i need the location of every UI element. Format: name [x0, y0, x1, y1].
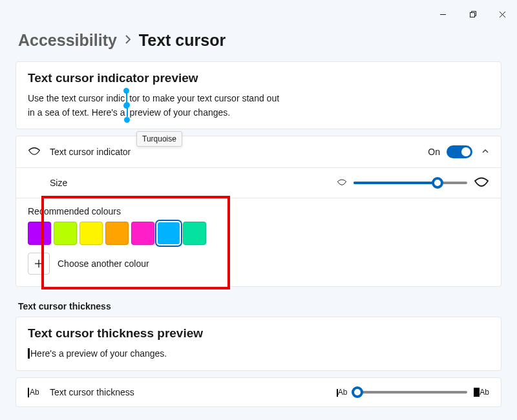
preview-line1a: Use the text cursor indic — [28, 93, 125, 103]
colour-swatch-yellow[interactable] — [79, 222, 103, 245]
size-label: Size — [50, 178, 67, 188]
add-colour-button[interactable] — [28, 253, 50, 275]
indicator-icon — [28, 147, 50, 157]
indicator-preview-card: Text cursor indicator preview Use the te… — [16, 61, 501, 129]
colour-swatch-orange[interactable] — [105, 222, 129, 245]
thickness-large-icon: Ab — [474, 388, 489, 397]
svg-rect-1 — [470, 12, 474, 17]
thickness-preview-title: Text cursor thickness preview — [28, 326, 489, 341]
thickness-preview-card: Text cursor thickness preview Here's a p… — [16, 317, 501, 371]
thickness-slider[interactable] — [353, 391, 467, 394]
restore-button[interactable] — [458, 5, 487, 23]
colour-tooltip: Turquoise — [136, 131, 182, 147]
close-button[interactable] — [487, 5, 517, 23]
chevron-up-icon[interactable] — [481, 147, 489, 157]
indicator-state: On — [428, 147, 440, 157]
thickness-row: Ab Text cursor thickness Ab Ab — [16, 378, 501, 406]
window-controls — [428, 5, 517, 23]
colour-swatch-lime[interactable] — [54, 222, 77, 245]
preview-line2a: in a sea of text. Here's a — [28, 107, 125, 118]
chevron-right-icon — [125, 34, 131, 47]
indicator-toggle[interactable] — [447, 145, 472, 158]
minimize-button[interactable] — [428, 5, 458, 23]
thickness-settings-card: Ab Text cursor thickness Ab Ab — [16, 377, 501, 407]
indicator-toggle-row[interactable]: Text cursor indicator On — [16, 136, 501, 167]
indicator-preview-title: Text cursor indicator preview — [28, 71, 489, 85]
choose-colour-label[interactable]: Choose another colour — [58, 258, 149, 269]
thickness-caret-icon — [28, 348, 30, 359]
recommended-colours-block: Recommended colours Choose another colou… — [16, 198, 501, 286]
colour-swatch-turquoise[interactable] — [157, 222, 180, 245]
thickness-preview-line: Here's a preview of your changes. — [30, 348, 167, 359]
thickness-section-heading: Text cursor thickness — [0, 293, 517, 317]
colour-swatch-aqua[interactable] — [183, 222, 206, 245]
thickness-preview-text: Here's a preview of your changes. — [28, 347, 489, 361]
cursor-indicator-icon — [125, 106, 130, 118]
breadcrumb-parent[interactable]: Accessibility — [18, 31, 117, 50]
size-slider[interactable] — [353, 182, 467, 184]
preview-line1b: tor to make your text cursor stand out — [129, 93, 279, 103]
colour-swatch-magenta[interactable] — [131, 222, 154, 245]
size-small-icon — [337, 179, 347, 187]
thickness-small-icon: Ab — [337, 388, 348, 397]
colour-swatches — [28, 222, 489, 245]
indicator-label: Text cursor indicator — [50, 147, 131, 157]
size-large-icon — [474, 177, 489, 189]
recommended-colours-label: Recommended colours — [28, 206, 489, 216]
preview-line2b: preview of your changes. — [130, 107, 231, 118]
thickness-icon: Ab — [28, 388, 50, 397]
indicator-settings-card: Text cursor indicator On Size Recommende… — [16, 136, 501, 287]
colour-swatch-purple[interactable] — [28, 222, 51, 245]
breadcrumb-current: Text cursor — [139, 31, 226, 50]
size-row: Size — [16, 167, 501, 198]
indicator-preview-text: Use the text cursor indictor to make you… — [28, 92, 489, 120]
thickness-label: Text cursor thickness — [50, 387, 134, 397]
